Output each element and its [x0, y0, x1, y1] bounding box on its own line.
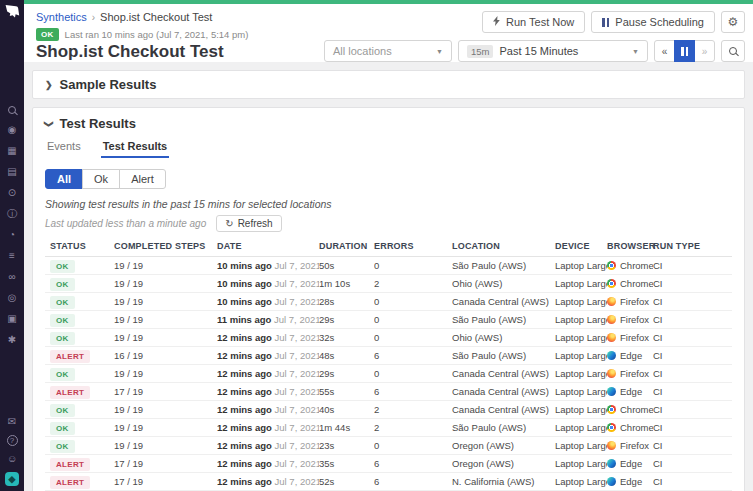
apm-icon[interactable]: ◔: [9, 230, 15, 240]
status-badge: OK: [36, 28, 59, 41]
date-cell: 12 mins ago Jul 7, 2021, 5:…: [217, 350, 319, 361]
duration-cell: 52s: [319, 476, 374, 487]
status-badge: OK: [50, 296, 75, 309]
sidebar-bottom-nav: ✉?☺◆: [0, 417, 24, 486]
marketplace-icon[interactable]: ✱: [8, 335, 16, 345]
table-row[interactable]: ALERT17 / 1912 mins ago Jul 7, 2021, 5:……: [45, 455, 732, 473]
run-test-now-button[interactable]: Run Test Now: [482, 11, 585, 33]
status-badge: ALERT: [50, 476, 90, 489]
time-pause-button[interactable]: [674, 40, 695, 62]
table-row[interactable]: OK19 / 1910 mins ago Jul 7, 2021, 5:…50s…: [45, 257, 732, 275]
completed-steps-cell: 19 / 19: [114, 368, 217, 379]
status-badge: ALERT: [50, 458, 90, 471]
zoom-search-button[interactable]: [721, 40, 745, 62]
completed-steps-cell: 17 / 19: [114, 386, 217, 397]
table-row[interactable]: ALERT16 / 1912 mins ago Jul 7, 2021, 5:……: [45, 347, 732, 365]
location-cell: São Paulo (AWS): [452, 260, 555, 271]
table-row[interactable]: OK19 / 1912 mins ago Jul 7, 2021, 5:…23s…: [45, 437, 732, 455]
help-icon[interactable]: ?: [7, 435, 18, 446]
locations-select[interactable]: All locations ▼: [324, 40, 452, 62]
tab-test-results[interactable]: Test Results: [101, 140, 170, 158]
errors-cell: 0: [374, 260, 452, 271]
metrics-icon[interactable]: ▤: [7, 167, 16, 177]
user-icon[interactable]: ☺: [7, 454, 17, 464]
tab-events[interactable]: Events: [45, 140, 83, 158]
search-icon[interactable]: [8, 106, 16, 114]
completed-steps-cell: 19 / 19: [114, 278, 217, 289]
app-sidebar: ◉▦▤⊙ⓘ◔≡∞◎▣✱ ✉?☺◆: [0, 0, 24, 491]
sample-results-toggle[interactable]: ❯ Sample Results: [45, 77, 732, 92]
device-cell: Laptop Large: [555, 260, 607, 271]
date-cell: 11 mins ago Jul 7, 2021, 5:…: [217, 314, 319, 325]
watchdog-icon[interactable]: ◉: [8, 125, 17, 135]
filter-alert-button[interactable]: Alert: [119, 169, 166, 189]
table-row[interactable]: OK19 / 1912 mins ago Jul 7, 2021, 5:…1m …: [45, 419, 732, 437]
date-cell: 10 mins ago Jul 7, 2021, 5:…: [217, 260, 319, 271]
edge-icon: [607, 351, 616, 360]
refresh-button[interactable]: ↻ Refresh: [216, 215, 281, 232]
table-row[interactable]: OK19 / 1912 mins ago Jul 7, 2021, 5:…32s…: [45, 329, 732, 347]
ci-icon[interactable]: ∞: [8, 272, 15, 282]
monitors-icon[interactable]: ⓘ: [7, 209, 17, 219]
status-cell: ALERT: [45, 350, 114, 361]
firefox-icon: [607, 333, 616, 342]
time-backward-button[interactable]: «: [654, 40, 675, 62]
errors-cell: 6: [374, 476, 452, 487]
location-cell: Oregon (AWS): [452, 458, 555, 469]
table-row[interactable]: OK19 / 1911 mins ago Jul 7, 2021, 5:…29s…: [45, 311, 732, 329]
device-cell: Laptop Large: [555, 404, 607, 415]
pause-icon: [602, 18, 609, 27]
location-cell: Canada Central (AWS): [452, 386, 555, 397]
dashboards-icon[interactable]: ▦: [7, 146, 16, 156]
time-range-value: Past 15 Minutes: [499, 45, 626, 57]
errors-cell: 2: [374, 278, 452, 289]
table-row[interactable]: OK19 / 1910 mins ago Jul 7, 2021, 5:…28s…: [45, 293, 732, 311]
status-badge: OK: [50, 440, 75, 453]
date-cell: 12 mins ago Jul 7, 2021, 5:…: [217, 440, 319, 451]
infrastructure-icon[interactable]: ⊙: [8, 188, 16, 198]
synthetics-icon[interactable]: ◎: [8, 293, 17, 303]
test-results-toggle[interactable]: ❯ Test Results: [45, 116, 732, 131]
magnifier-icon: [729, 47, 737, 55]
status-cell: OK: [45, 368, 114, 379]
duration-cell: 55s: [319, 386, 374, 397]
location-cell: São Paulo (AWS): [452, 350, 555, 361]
settings-button[interactable]: ⚙: [721, 11, 745, 33]
filter-ok-button[interactable]: Ok: [82, 169, 120, 189]
date-cell: 12 mins ago Jul 7, 2021, 5:…: [217, 386, 319, 397]
column-header-browser: BROWSER: [607, 241, 653, 251]
errors-cell: 0: [374, 440, 452, 451]
breadcrumb-current: Shop.ist Checkout Test: [100, 11, 212, 23]
refresh-label: Refresh: [238, 218, 273, 229]
table-row[interactable]: OK19 / 1912 mins ago Jul 7, 2021, 5:…40s…: [45, 401, 732, 419]
browser-cell: Chrome: [607, 404, 653, 415]
completed-steps-cell: 17 / 19: [114, 458, 217, 469]
time-forward-button[interactable]: »: [694, 40, 715, 62]
datadog-logo-icon[interactable]: [4, 4, 20, 23]
column-header-duration: DURATION: [319, 241, 374, 251]
completed-steps-cell: 19 / 19: [114, 422, 217, 433]
edge-icon: [607, 387, 616, 396]
last-updated-text: Last updated less than a minute ago: [45, 218, 206, 229]
date-cell: 12 mins ago Jul 7, 2021, 5:…: [217, 404, 319, 415]
table-row[interactable]: OK19 / 1912 mins ago Jul 7, 2021, 5:…29s…: [45, 365, 732, 383]
duration-cell: 1m 10s: [319, 278, 374, 289]
run-type-cell: CI: [653, 260, 732, 271]
pause-scheduling-button[interactable]: Pause Scheduling: [591, 11, 715, 33]
security-icon[interactable]: ▣: [7, 314, 16, 324]
completed-steps-cell: 19 / 19: [114, 296, 217, 307]
run-test-now-label: Run Test Now: [506, 16, 574, 28]
datadog-account-icon[interactable]: ◆: [5, 472, 19, 486]
errors-cell: 0: [374, 332, 452, 343]
device-cell: Laptop Large: [555, 278, 607, 289]
time-nav-group: « »: [654, 40, 715, 62]
time-range-select[interactable]: 15m Past 15 Minutes ▼: [458, 40, 648, 62]
breadcrumb-synthetics-link[interactable]: Synthetics: [36, 11, 87, 23]
table-row[interactable]: OK19 / 1910 mins ago Jul 7, 2021, 5:…1m …: [45, 275, 732, 293]
chat-icon[interactable]: ✉: [8, 417, 16, 427]
table-row[interactable]: ALERT17 / 1912 mins ago Jul 7, 2021, 5:……: [45, 383, 732, 401]
filter-all-button[interactable]: All: [45, 169, 83, 189]
status-badge: OK: [50, 332, 75, 345]
logs-icon[interactable]: ≡: [9, 251, 15, 261]
table-row[interactable]: ALERT17 / 1912 mins ago Jul 7, 2021, 5:……: [45, 473, 732, 491]
